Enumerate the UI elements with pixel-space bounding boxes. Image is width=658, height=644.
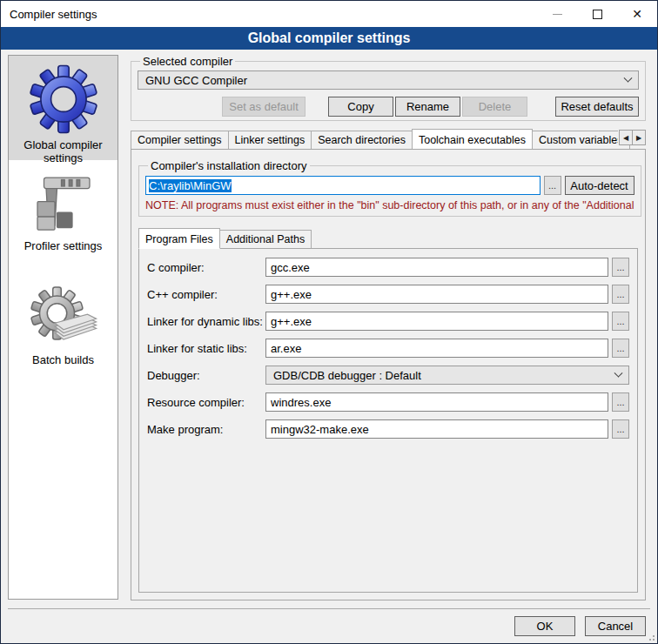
selected-compiler-group-label: Selected compiler (140, 55, 235, 68)
debugger-label: Debugger: (147, 369, 265, 382)
arrow-left-icon: ◀ (623, 134, 628, 142)
chevron-down-icon (624, 73, 633, 82)
make-program-row: Make program: ... (147, 419, 629, 439)
program-files-page: C compiler: ... C++ compiler: ... Linker… (138, 248, 638, 593)
tab-toolchain-executables[interactable]: Toolchain executables (412, 129, 533, 149)
tab-program-files[interactable]: Program Files (138, 228, 220, 249)
gray-gear-stack-icon (9, 283, 118, 352)
sidebar-item-global-compiler-settings[interactable]: Global compiler settings (9, 56, 118, 160)
debugger-select[interactable]: GDB/CDB debugger : Default (265, 366, 629, 385)
debugger-row: Debugger: GDB/CDB debugger : Default (147, 366, 629, 385)
cpp-compiler-browse-button[interactable]: ... (612, 285, 629, 304)
installation-directory-group-label: Compiler's installation directory (148, 159, 310, 172)
tab-scroll-right-button[interactable]: ▶ (632, 130, 646, 145)
settings-tab-strip: Compiler settings Linker settings Search… (131, 128, 646, 149)
reset-defaults-button[interactable]: Reset defaults (555, 97, 639, 117)
cpp-compiler-label: C++ compiler: (147, 288, 265, 301)
resource-compiler-browse-button[interactable]: ... (612, 392, 629, 412)
tab-search-directories[interactable]: Search directories (311, 131, 413, 149)
cpp-compiler-input[interactable] (265, 285, 608, 304)
dynamic-linker-label: Linker for dynamic libs: (147, 315, 265, 328)
sidebar-item-profiler-settings[interactable]: Profiler settings (9, 160, 118, 253)
static-linker-label: Linker for static libs: (147, 342, 265, 355)
dialog-buttons: OK Cancel (514, 616, 646, 636)
program-tabs-strip: Program Files Additional Paths (138, 227, 638, 248)
dynamic-linker-browse-button[interactable]: ... (612, 312, 629, 331)
toolchain-executables-page: Compiler's installation directory C:\ray… (131, 149, 646, 600)
copy-button[interactable]: Copy (328, 97, 393, 117)
delete-button[interactable]: Delete (462, 97, 527, 117)
resource-compiler-input[interactable] (265, 392, 608, 412)
dynamic-linker-row: Linker for dynamic libs: ... (147, 312, 629, 331)
static-linker-browse-button[interactable]: ... (612, 339, 629, 358)
maximize-icon (593, 10, 602, 19)
tab-linker-settings[interactable]: Linker settings (228, 131, 312, 149)
resource-compiler-label: Resource compiler: (147, 396, 265, 409)
tab-scroll-left-button[interactable]: ◀ (619, 130, 633, 145)
chevron-down-icon (614, 368, 623, 377)
static-linker-input[interactable] (265, 339, 608, 358)
installation-directory-group: Compiler's installation directory C:\ray… (138, 159, 641, 217)
sidebar-item-label: Batch builds (9, 352, 118, 367)
directory-note-text: NOTE: All programs must exist either in … (145, 199, 634, 211)
cancel-button[interactable]: Cancel (585, 616, 646, 636)
compiler-settings-window: Compiler settings ✕ Global compiler sett… (0, 0, 658, 644)
static-linker-row: Linker for static libs: ... (147, 339, 629, 358)
c-compiler-row: C compiler: ... (147, 258, 629, 277)
blue-gear-icon (9, 61, 118, 138)
ok-button[interactable]: OK (514, 616, 575, 636)
tab-additional-paths[interactable]: Additional Paths (219, 230, 312, 248)
c-compiler-label: C compiler: (147, 261, 265, 274)
make-program-input[interactable] (265, 419, 608, 439)
tab-compiler-settings[interactable]: Compiler settings (131, 131, 229, 149)
rename-button[interactable]: Rename (395, 97, 460, 117)
page-title: Global compiler settings (1, 27, 657, 50)
make-program-browse-button[interactable]: ... (612, 419, 629, 439)
maximize-button[interactable] (577, 1, 617, 27)
dynamic-linker-input[interactable] (265, 312, 608, 331)
c-compiler-browse-button[interactable]: ... (612, 258, 629, 277)
debugger-value: GDB/CDB debugger : Default (273, 369, 421, 382)
selected-compiler-value: GNU GCC Compiler (145, 74, 247, 87)
selected-compiler-select[interactable]: GNU GCC Compiler (138, 70, 639, 90)
compiler-actions-row: Set as default Copy Rename Delete Reset … (138, 97, 639, 117)
sidebar-item-batch-builds[interactable]: Batch builds (9, 253, 118, 367)
make-program-label: Make program: (147, 423, 265, 436)
cpp-compiler-row: C++ compiler: ... (147, 285, 629, 304)
set-as-default-button[interactable]: Set as default (222, 97, 306, 117)
close-icon: ✕ (632, 8, 642, 20)
browse-directory-button[interactable]: ... (544, 176, 561, 195)
title-bar: Compiler settings ✕ (1, 1, 657, 27)
close-button[interactable]: ✕ (617, 1, 657, 27)
minimize-button[interactable] (537, 1, 577, 27)
resource-compiler-row: Resource compiler: ... (147, 392, 629, 412)
arrow-right-icon: ▶ (636, 134, 641, 142)
footer-divider (8, 608, 650, 609)
c-compiler-input[interactable] (265, 258, 608, 277)
caliper-icon (9, 169, 118, 238)
installation-directory-value: C:\raylib\MinGW (149, 179, 232, 192)
resize-grip[interactable] (646, 632, 655, 641)
auto-detect-button[interactable]: Auto-detect (565, 176, 634, 195)
tab-custom-variables[interactable]: Custom variables (532, 131, 630, 149)
sidebar-item-label: Profiler settings (9, 238, 118, 253)
settings-category-sidebar: Global compiler settings (8, 55, 118, 600)
selected-compiler-group: Selected compiler GNU GCC Compiler Set a… (131, 55, 646, 121)
installation-directory-input[interactable]: C:\raylib\MinGW (145, 176, 540, 195)
minimize-icon (553, 14, 562, 15)
window-title: Compiler settings (1, 8, 537, 21)
main-panel: Selected compiler GNU GCC Compiler Set a… (131, 55, 646, 600)
tab-scroll-buttons: ◀ ▶ (618, 130, 646, 145)
installation-directory-row: C:\raylib\MinGW ... Auto-detect (145, 176, 634, 195)
